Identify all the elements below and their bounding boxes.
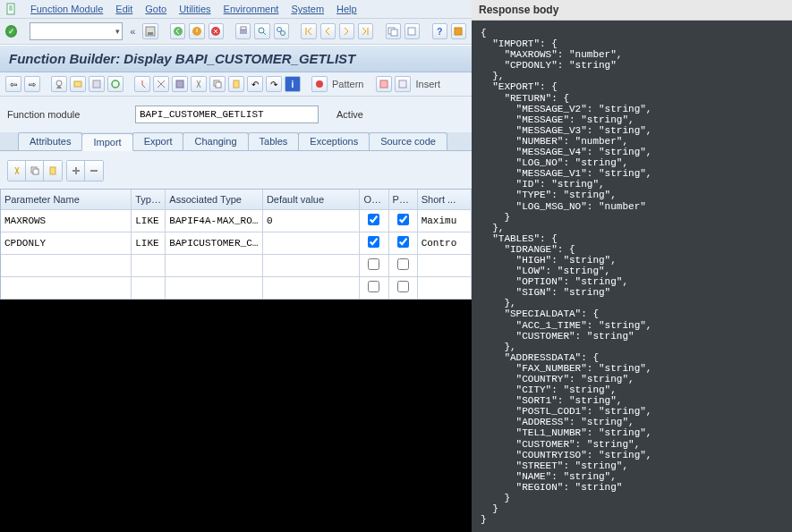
layout-icon[interactable]: [451, 23, 466, 39]
function-module-input[interactable]: [135, 106, 319, 123]
pattern-label[interactable]: Pattern: [330, 79, 365, 89]
first-page-icon[interactable]: [301, 23, 316, 39]
menu-utilities[interactable]: Utilities: [179, 4, 210, 14]
breakpoint-icon[interactable]: [311, 76, 328, 92]
cell-short[interactable]: [417, 276, 471, 299]
col-short-text[interactable]: Short ...: [417, 190, 471, 209]
tab-tables[interactable]: Tables: [248, 132, 300, 150]
cell-assoc[interactable]: [166, 254, 263, 276]
cell-pass[interactable]: [388, 276, 417, 299]
cell-assoc[interactable]: BAPICUSTOMER_CPD..: [166, 232, 263, 254]
cell-param[interactable]: CPDONLY: [1, 232, 132, 254]
display-icon[interactable]: [51, 76, 67, 92]
col-optional[interactable]: Op...: [360, 190, 388, 209]
ok-icon[interactable]: ✓: [5, 25, 17, 38]
test-icon[interactable]: [134, 76, 150, 92]
table-row[interactable]: [1, 276, 472, 299]
cell-typing[interactable]: LIKE: [132, 209, 166, 232]
table-row[interactable]: CPDONLYLIKEBAPICUSTOMER_CPD..Contro: [1, 232, 472, 254]
check-icon[interactable]: [89, 76, 105, 92]
cell-param[interactable]: MAXROWS: [1, 209, 132, 232]
cell-default[interactable]: [262, 254, 360, 276]
next-page-icon[interactable]: [339, 23, 354, 39]
tab-attributes[interactable]: Attributes: [18, 132, 82, 150]
cell-optional[interactable]: [360, 232, 388, 254]
cell-pass[interactable]: [388, 232, 417, 254]
save-icon[interactable]: [142, 23, 158, 39]
cell-pass[interactable]: [388, 254, 417, 276]
cell-typing[interactable]: [132, 276, 166, 299]
tab-import[interactable]: Import: [81, 133, 132, 151]
cell-short[interactable]: Maximu: [417, 209, 471, 232]
command-field[interactable]: [30, 22, 123, 40]
menu-environment[interactable]: Environment: [224, 4, 279, 14]
cell-default[interactable]: [262, 232, 360, 254]
grid-copy-icon[interactable]: [26, 161, 44, 181]
where-used-icon[interactable]: [153, 76, 169, 92]
col-associated-type[interactable]: Associated Type: [166, 190, 263, 209]
grid-insert-icon[interactable]: [67, 161, 85, 181]
cell-typing[interactable]: [132, 254, 166, 276]
grid-paste-icon[interactable]: [44, 161, 62, 181]
grid-delete-icon[interactable]: [85, 161, 103, 181]
optional-checkbox[interactable]: [368, 258, 379, 270]
col-parameter-name[interactable]: Parameter Name: [1, 190, 132, 209]
exit-icon[interactable]: [189, 23, 204, 39]
new-session-icon[interactable]: [386, 23, 401, 39]
cut-icon[interactable]: [191, 76, 207, 92]
cell-short[interactable]: Contro: [417, 232, 471, 254]
activate-icon[interactable]: [107, 76, 123, 92]
paste-icon[interactable]: [228, 76, 244, 92]
last-page-icon[interactable]: [358, 23, 373, 39]
shortcut-icon[interactable]: [405, 23, 420, 39]
table-row[interactable]: MAXROWSLIKEBAPIF4A-MAX_ROWS0Maximu: [1, 209, 472, 232]
optional-checkbox[interactable]: [368, 281, 379, 292]
col-pass-value[interactable]: Pas...: [388, 190, 417, 209]
help-icon[interactable]: ?: [432, 23, 447, 39]
tab-source-code[interactable]: Source code: [369, 132, 447, 150]
pass-checkbox[interactable]: [397, 281, 409, 292]
other-object-icon[interactable]: [70, 76, 86, 92]
back-icon[interactable]: [170, 23, 185, 39]
cell-optional[interactable]: [360, 209, 388, 232]
cell-param[interactable]: [1, 254, 132, 276]
table-row[interactable]: [1, 254, 472, 276]
redo-icon[interactable]: ↷: [266, 76, 282, 92]
grid-cut-icon[interactable]: [8, 161, 26, 181]
info-icon[interactable]: i: [285, 76, 301, 92]
copy-icon[interactable]: [209, 76, 226, 92]
col-typing[interactable]: Typing: [132, 190, 166, 209]
cell-optional[interactable]: [360, 254, 388, 276]
menu-goto[interactable]: Goto: [145, 4, 166, 14]
tab-exceptions[interactable]: Exceptions: [298, 132, 370, 150]
find-icon[interactable]: [254, 23, 269, 39]
cell-assoc[interactable]: BAPIF4A-MAX_ROWS: [166, 209, 263, 232]
cell-default[interactable]: 0: [262, 209, 360, 232]
collapse-icon[interactable]: «: [126, 26, 139, 37]
optional-checkbox[interactable]: [368, 214, 379, 225]
cell-param[interactable]: [1, 276, 132, 299]
find-next-icon[interactable]: [274, 23, 289, 39]
response-body[interactable]: { "IMPORT": { "MAXROWS": "number", "CPDO…: [472, 21, 792, 532]
cell-short[interactable]: [417, 254, 471, 276]
undo-icon[interactable]: ↶: [247, 76, 263, 92]
menu-function-module[interactable]: Function Module: [30, 4, 103, 14]
cancel-icon[interactable]: [209, 23, 224, 39]
menu-doc-icon[interactable]: [5, 3, 18, 15]
menu-edit[interactable]: Edit: [115, 4, 132, 14]
menu-help[interactable]: Help: [336, 4, 357, 14]
tab-export[interactable]: Export: [132, 132, 184, 150]
cell-optional[interactable]: [360, 276, 388, 299]
nav-back-icon[interactable]: ⇦: [5, 76, 21, 92]
cell-assoc[interactable]: [166, 276, 263, 299]
display-list-icon[interactable]: [172, 76, 188, 92]
prev-page-icon[interactable]: [320, 23, 336, 39]
pass-checkbox[interactable]: [397, 236, 409, 248]
cell-typing[interactable]: LIKE: [132, 232, 166, 254]
pretty-print-icon[interactable]: [376, 76, 392, 92]
optional-checkbox[interactable]: [368, 236, 379, 248]
cell-pass[interactable]: [388, 209, 417, 232]
insert-icon[interactable]: [395, 76, 411, 92]
insert-label[interactable]: Insert: [413, 79, 442, 89]
menu-system[interactable]: System: [291, 4, 324, 14]
